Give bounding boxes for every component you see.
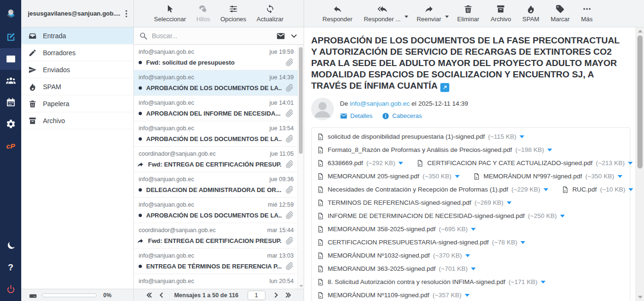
spam-button[interactable]: SPAM [519,3,543,24]
message-list-item[interactable]: info@sanjuan.gob.ecjue 14:39 APROBACIÓN … [134,70,297,96]
attachment-menu-caret-icon[interactable] [465,254,470,257]
attachment-item[interactable]: RUC.pdf(~10 KB) [561,186,633,193]
message-list-item[interactable]: coordinador@sanjuan.gob.ecjue 11:05 Fwd:… [134,147,297,172]
pdf-file-icon [317,146,324,154]
archive-button[interactable]: Archivo [487,3,515,24]
folder-item-trash[interactable]: Papelera [21,95,133,112]
attachment-menu-caret-icon[interactable] [465,294,470,297]
reply-button[interactable]: Responder [319,3,356,24]
attachment-menu-caret-icon[interactable] [398,162,403,165]
attachment-menu-caret-icon[interactable] [628,162,633,165]
details-label: Detalles [350,112,372,119]
calendar-icon[interactable] [0,92,21,113]
scrollbar-down-arrow-icon[interactable] [638,296,643,299]
previous-page-icon[interactable] [158,292,165,299]
refresh-button[interactable]: Actualizar [253,3,287,24]
last-page-icon[interactable] [285,292,292,299]
account-menu-icon[interactable] [121,8,132,19]
first-page-icon[interactable] [146,292,153,299]
attachment-menu-caret-icon[interactable] [618,175,622,178]
attachment-item[interactable]: CERTIFICACION PAC Y CATE ACTUALIZADO-sig… [416,159,633,167]
message-from: info@sanjuan.gob.ec [139,49,194,55]
attachment-item[interactable]: 6338669.pdf(~292 KB) [317,159,403,167]
attachment-item[interactable]: INFORME DE DETERMINACION DE NECESIDAD-si… [317,212,565,220]
threads-button[interactable]: Hilos [193,3,214,24]
attachment-menu-caret-icon[interactable] [507,201,512,204]
options-button[interactable]: Opciones [216,3,250,24]
message-list-item[interactable]: info@sanjuan.gob.ecjue 19:59 Fwd: solici… [134,45,297,70]
scrollbar-thumb[interactable] [299,47,303,154]
search-options-chevron-icon[interactable] [289,32,298,41]
scrollbar-thumb[interactable] [637,35,643,168]
unread-dot-icon [139,188,142,192]
attachment-item[interactable]: MEMORÁNDUM Nº1032-signed.pdf(~370 KB) [317,252,470,259]
attachment-item[interactable]: CERTIFICACION PRESUPUESTARIA-signed-sign… [317,239,525,246]
more-button[interactable]: Más [577,3,596,24]
folder-item-archive[interactable]: Archivo [21,112,133,129]
attachment-menu-caret-icon[interactable] [520,135,524,138]
message-list-item[interactable]: coordinador@sanjuan.gob.ecmar 15:44 Fwd:… [134,223,297,249]
attachment-menu-caret-icon[interactable] [455,175,460,178]
contacts-icon[interactable] [0,70,21,92]
attachment-menu-caret-icon[interactable] [544,188,548,191]
mail-icon[interactable] [0,48,21,70]
folder-item-sent[interactable]: Enviados [21,61,133,78]
account-header[interactable]: jesusgavilanes@sanjuan.gob.... [21,0,133,27]
attachment-menu-caret-icon[interactable] [520,241,525,244]
open-in-new-window-icon[interactable] [440,83,449,92]
message-list-item[interactable]: info@sanjuan.gob.ecjue 13:54 APROBACIÓN … [134,121,297,147]
folder-item-drafts[interactable]: Borradores [21,44,133,61]
forward-button[interactable]: Reenviar [413,3,445,24]
attachment-menu-caret-icon[interactable] [560,215,565,217]
delete-button[interactable]: Eliminar [454,3,483,24]
reply-all-dropdown-caret-icon[interactable] [405,16,408,18]
attachment-menu-caret-icon[interactable] [547,149,552,151]
compose-icon[interactable] [0,26,21,48]
forward-dropdown-caret-icon[interactable] [445,16,449,18]
mark-button[interactable]: Marcar [547,3,573,24]
message-subject: APROBACIÓN DE LOS DOCUMENTOS DE LA... [146,84,281,92]
folder-item-spam[interactable]: SPAM [21,78,133,95]
dark-mode-moon-icon[interactable] [0,235,21,257]
storage-usage-bar [42,293,97,297]
attachment-menu-caret-icon[interactable] [471,268,476,270]
message-list-item[interactable]: info@sanjuan.gob.eclun 20:54 [134,274,297,289]
page-number-input[interactable] [248,291,265,300]
search-input[interactable] [152,32,272,40]
message-list-scrollbar[interactable] [297,45,304,289]
attachment-item[interactable]: Formato_8_Razón de Proformas y Análisis … [317,146,552,154]
help-icon[interactable]: ? [0,257,21,278]
attachment-item[interactable]: MEMORÁNDUM Nº997-signed.pdf(~350 KB) [473,173,622,180]
message-subject: APROBACIÓN DE LOS DOCUMENTOS DE LA... [146,212,281,219]
attachment-item[interactable]: MEMORANDUM 363-2025-signed.pdf(~701 KB) [317,265,476,273]
logout-power-icon[interactable] [0,278,21,300]
scrollbar-up-arrow-icon[interactable] [638,30,643,33]
reply-all-button[interactable]: Responder ... [360,3,405,24]
attachment-item[interactable]: Necesidades de Contratación y Recepción … [317,186,548,193]
message-list-item[interactable]: info@sanjuan.gob.ecmié 12:59 APROBACIÓN … [134,198,297,223]
next-page-icon[interactable] [272,292,280,299]
attachment-menu-caret-icon[interactable] [471,228,476,231]
search-scope-envelope-icon[interactable] [276,32,285,41]
message-from: info@sanjuan.gob.ec [139,252,194,259]
attachment-item[interactable]: TERMINOS DE REFERENCIAS-signed-signed.pd… [317,199,512,207]
content-scrollbar[interactable] [636,27,644,301]
scrollbar-down-arrow-icon[interactable] [299,285,303,287]
attachment-menu-caret-icon[interactable] [628,188,633,191]
settings-gear-icon[interactable] [0,113,21,135]
attachment-item[interactable]: MEMORÁNDUM Nº1109-signed.pdf(~357 KB) [317,292,470,299]
sender-email-link[interactable]: info@sanjuan.gob.ec [350,100,410,107]
attachment-item[interactable]: solicitud de disponibilidad presupuestar… [317,133,524,141]
details-toggle[interactable]: Detalles [340,112,372,120]
attachment-item[interactable]: MEMORANDUM 358-2025-signed.pdf(~695 KB) [317,226,476,233]
message-list-item[interactable]: info@sanjuan.gob.ecmar 13:03 ENTREGA DE … [134,249,297,274]
attachment-item[interactable]: 8. Solicitud Autorización contra y resol… [317,278,545,286]
select-button[interactable]: Seleccionar [150,3,190,24]
folder-item-inbox[interactable]: Entrada [21,27,133,44]
message-list-item[interactable]: info@sanjuan.gob.ecjue 14:01 APROBACION … [134,96,297,121]
message-list-item[interactable]: info@sanjuan.gob.ecjue 09:36 DELEGACION … [134,172,297,198]
attachment-item[interactable]: MEMORANDUM 205-signed.pdf(~350 KB) [317,173,460,180]
headers-toggle[interactable]: Cabeceras [382,112,422,120]
attachment-menu-caret-icon[interactable] [541,281,545,284]
cpanel-icon[interactable]: cP [0,135,21,157]
